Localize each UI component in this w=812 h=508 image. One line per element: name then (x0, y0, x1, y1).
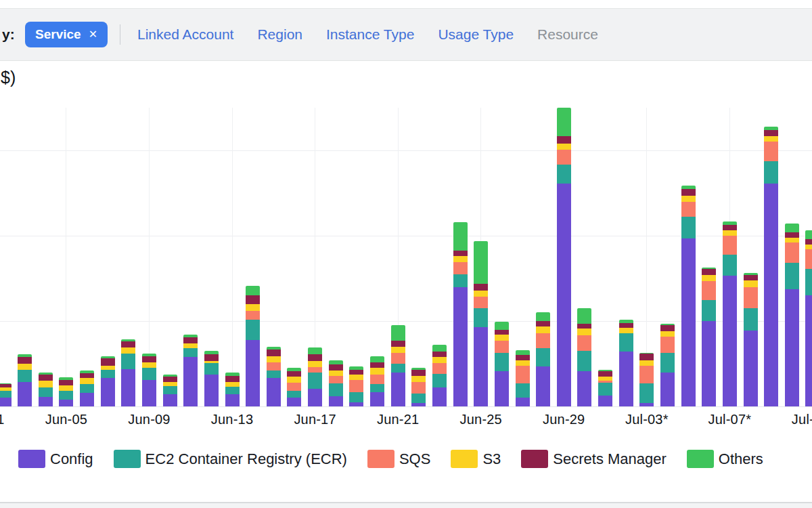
bar-Jul-02[interactable] (619, 320, 633, 406)
bar-segment-config (453, 287, 468, 406)
bar-Jun-24[interactable] (453, 222, 468, 406)
x-tick-Jul-11: Jul-11* (792, 412, 812, 427)
bar-Jun-15[interactable] (267, 347, 281, 406)
bar-Jun-29[interactable] (557, 108, 571, 406)
bar-segment-sqs (660, 337, 675, 353)
bar-Jun-06[interactable] (80, 371, 94, 406)
bar-segment-config (267, 378, 281, 406)
legend-item-others[interactable]: Others (687, 450, 763, 468)
bar-Jul-05[interactable] (681, 186, 696, 406)
bar-Jul-03[interactable] (639, 353, 654, 406)
bar-segment-s3 (329, 371, 343, 376)
bar-segment-sqs (370, 375, 384, 384)
bar-Jun-18[interactable] (329, 360, 343, 406)
bar-Jun-22[interactable] (411, 368, 426, 406)
bar-Jun-02[interactable] (0, 383, 12, 406)
bar-segment-secrets (308, 354, 322, 361)
bar-segment-s3 (411, 376, 426, 382)
bar-Jul-08[interactable] (744, 273, 758, 406)
bar-Jun-20[interactable] (370, 356, 384, 406)
bar-segment-s3 (764, 136, 778, 142)
bar-Jul-06[interactable] (702, 268, 716, 406)
legend-item-secrets[interactable]: Secrets Manager (521, 450, 667, 468)
bar-segment-secrets (287, 371, 301, 377)
bar-segment-ecr (287, 391, 301, 398)
bar-Jun-28[interactable] (536, 312, 550, 406)
bar-segment-s3 (577, 329, 591, 335)
bar-segment-config (204, 375, 219, 406)
legend-swatch-secrets (521, 450, 548, 468)
bar-segment-config (785, 289, 799, 406)
bar-Jun-26[interactable] (495, 322, 509, 406)
bar-segment-ecr (516, 383, 530, 398)
bar-Jun-19[interactable] (349, 366, 363, 406)
bar-Jun-10[interactable] (163, 375, 177, 406)
bar-Jun-14[interactable] (246, 286, 260, 406)
h-gridline (0, 150, 812, 151)
bar-Jun-04[interactable] (39, 373, 53, 406)
bar-segment-others (495, 322, 509, 329)
bar-segment-secrets (101, 358, 115, 365)
bar-segment-config (142, 380, 156, 406)
bar-segment-secrets (142, 356, 156, 362)
legend-item-sqs[interactable]: SQS (367, 450, 430, 468)
bar-segment-secrets (121, 341, 135, 347)
bar-Jun-16[interactable] (287, 368, 301, 406)
legend-label: Others (719, 450, 763, 468)
bar-segment-config (121, 369, 135, 406)
bar-Jun-21[interactable] (391, 325, 405, 406)
bar-segment-secrets (764, 130, 778, 136)
bar-segment-sqs (329, 376, 343, 383)
bar-segment-others (557, 108, 571, 136)
bar-Jul-11[interactable] (805, 230, 812, 406)
bar-segment-config (432, 387, 447, 406)
legend-swatch-others (687, 450, 714, 468)
bar-segment-secrets (370, 362, 384, 368)
bar-segment-s3 (474, 291, 488, 297)
bar-segment-config (163, 394, 177, 406)
legend-item-config[interactable]: Config (18, 450, 93, 468)
legend-item-s3[interactable]: S3 (451, 450, 501, 468)
bar-segment-sqs (805, 249, 812, 269)
bar-Jun-30[interactable] (577, 308, 591, 406)
bar-Jun-11[interactable] (183, 335, 198, 406)
bar-segment-others (246, 286, 260, 295)
bar-Jun-17[interactable] (308, 347, 322, 406)
bar-Jul-09[interactable] (764, 127, 778, 406)
bar-segment-secrets (59, 380, 73, 385)
bar-Jul-01[interactable] (598, 370, 612, 406)
bar-segment-ecr (764, 161, 778, 184)
bar-Jun-03[interactable] (18, 354, 32, 406)
bar-segment-secrets (785, 232, 799, 238)
bar-Jun-08[interactable] (121, 339, 135, 406)
bar-segment-ecr (329, 383, 343, 396)
bar-segment-config (764, 184, 778, 406)
bar-segment-config (80, 393, 94, 406)
bar-Jun-13[interactable] (225, 373, 240, 406)
bar-Jun-23[interactable] (432, 345, 447, 406)
bar-Jun-09[interactable] (142, 354, 156, 406)
bar-segment-ecr (619, 333, 633, 352)
bar-Jun-05[interactable] (59, 377, 73, 406)
bar-Jul-10[interactable] (785, 224, 799, 406)
bar-segment-secrets (639, 354, 654, 360)
bar-segment-secrets (619, 323, 633, 329)
bar-segment-config (370, 392, 384, 406)
bar-segment-others (391, 325, 405, 341)
bar-segment-s3 (805, 245, 812, 250)
bar-segment-config (805, 295, 812, 406)
bar-segment-secrets (744, 275, 758, 280)
bar-segment-config (723, 276, 737, 406)
bar-Jul-04[interactable] (660, 324, 675, 406)
bar-segment-ecr (660, 353, 675, 373)
legend-swatch-s3 (451, 450, 478, 468)
bar-Jun-12[interactable] (204, 351, 219, 406)
bar-Jun-25[interactable] (474, 241, 488, 406)
bar-segment-config (246, 340, 260, 406)
bar-Jun-27[interactable] (516, 350, 530, 406)
bar-Jul-07[interactable] (723, 221, 737, 406)
bar-segment-secrets (702, 269, 716, 275)
bar-segment-secrets (329, 364, 343, 371)
bar-Jun-07[interactable] (101, 356, 115, 406)
legend-item-ecr[interactable]: EC2 Container Registry (ECR) (114, 450, 347, 468)
